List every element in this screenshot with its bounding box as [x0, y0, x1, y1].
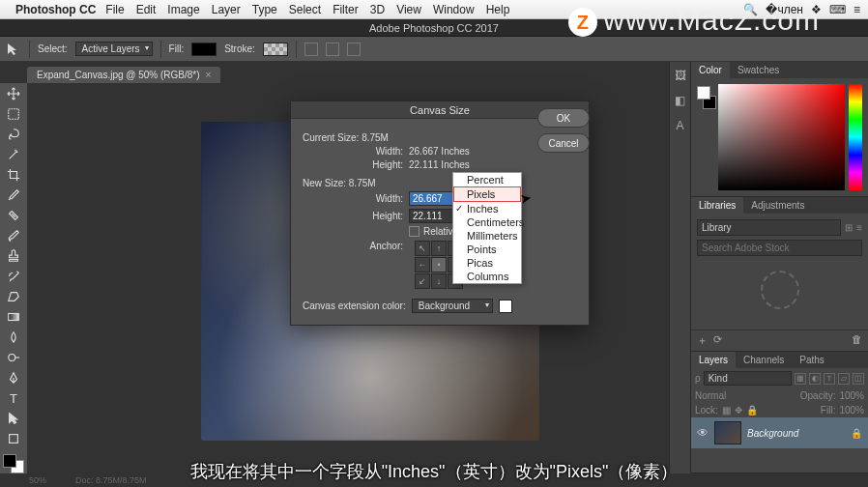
new-height-input[interactable] — [409, 209, 455, 223]
app-name[interactable]: Photoshop CC — [15, 3, 96, 16]
shape-tool-icon[interactable] — [3, 430, 24, 447]
tab-paths[interactable]: Paths — [792, 352, 832, 368]
filter-type-icon[interactable]: T — [824, 373, 835, 385]
menu-select[interactable]: Select — [289, 3, 321, 16]
fill-label: Fill: — [821, 405, 836, 415]
ext-color-dropdown[interactable]: Background — [412, 299, 493, 313]
panel-dock: 🖼 ◧ A — [669, 62, 690, 473]
keyboard-icon[interactable]: ⌨ — [829, 3, 846, 16]
history-brush-icon[interactable] — [3, 268, 24, 285]
filter-adjust-icon[interactable]: ◐ — [809, 373, 821, 385]
tab-color[interactable]: Color — [691, 62, 730, 78]
brush-tool-icon[interactable] — [3, 227, 24, 244]
tab-swatches[interactable]: Swatches — [730, 62, 787, 78]
app-titlebar: Adobe Photoshop CC 2017 — [0, 19, 868, 37]
stamp-tool-icon[interactable] — [3, 247, 24, 265]
select-dropdown[interactable]: Active Layers — [75, 42, 153, 56]
app-title: Adobe Photoshop CC 2017 — [369, 22, 499, 34]
unit-option-pixels[interactable]: Pixels — [453, 186, 521, 202]
cancel-button[interactable]: Cancel — [537, 133, 590, 153]
wifi-icon[interactable]: �член — [766, 3, 803, 16]
lib-add-icon[interactable]: ＋ — [697, 333, 708, 348]
menu-filter[interactable]: Filter — [333, 3, 359, 16]
unit-option-percent[interactable]: Percent — [453, 173, 521, 186]
tab-layers[interactable]: Layers — [691, 352, 736, 368]
blur-tool-icon[interactable] — [3, 329, 24, 346]
lock-icon[interactable]: 🔒 — [851, 428, 862, 439]
properties-panel-icon[interactable]: ◧ — [673, 93, 688, 108]
menu-edit[interactable]: Edit — [136, 3, 157, 16]
character-panel-icon[interactable]: A — [673, 118, 688, 133]
notifications-icon[interactable]: ≡ — [854, 3, 860, 16]
path-selection-tool-icon[interactable] — [6, 42, 21, 57]
layer-thumbnail[interactable] — [714, 421, 741, 444]
opacity-value[interactable]: 100% — [839, 390, 864, 401]
filter-smart-icon[interactable]: ◫ — [853, 373, 864, 385]
dodge-tool-icon[interactable] — [3, 349, 24, 366]
eyedropper-tool-icon[interactable] — [3, 186, 24, 204]
menu-3d[interactable]: 3D — [370, 3, 385, 16]
unit-option-inches[interactable]: Inches — [453, 202, 521, 215]
library-search[interactable] — [697, 240, 862, 256]
lock-all-icon[interactable]: 🔒 — [746, 405, 758, 415]
unit-option-picas[interactable]: Picas — [453, 256, 521, 270]
relative-checkbox[interactable] — [409, 226, 420, 237]
layer-row[interactable]: 👁 Background 🔒 — [691, 417, 868, 448]
spotlight-icon[interactable]: 🔍 — [743, 3, 758, 16]
library-dropdown[interactable]: Library — [697, 219, 841, 236]
tab-libraries[interactable]: Libraries — [691, 197, 743, 214]
move-tool-icon[interactable] — [3, 85, 24, 102]
path-select-tool-icon[interactable] — [3, 410, 24, 427]
eraser-tool-icon[interactable] — [3, 288, 24, 305]
path-ops-icon[interactable] — [304, 43, 318, 56]
pen-tool-icon[interactable] — [3, 369, 24, 387]
fill-value[interactable]: 100% — [839, 405, 864, 415]
menu-image[interactable]: Image — [167, 3, 199, 16]
lib-menu-icon[interactable]: ≡ — [856, 222, 862, 233]
close-tab-icon[interactable]: × — [206, 70, 212, 80]
crop-tool-icon[interactable] — [3, 166, 24, 184]
wand-tool-icon[interactable] — [3, 146, 24, 163]
color-fgbg[interactable] — [697, 84, 714, 190]
unit-option-columns[interactable]: Columns — [453, 270, 521, 283]
filter-pixel-icon[interactable]: ▦ — [795, 373, 806, 385]
menu-view[interactable]: View — [396, 3, 421, 16]
stroke-swatch[interactable] — [263, 43, 288, 56]
tab-adjustments[interactable]: Adjustments — [743, 197, 812, 214]
gradient-tool-icon[interactable] — [3, 308, 24, 326]
lock-pixels-icon[interactable]: ▦ — [722, 405, 731, 415]
document-tab[interactable]: Expand_Canvas.jpg @ 50% (RGB/8*) × — [27, 67, 220, 83]
menu-help[interactable]: Help — [486, 3, 510, 16]
tab-channels[interactable]: Channels — [736, 352, 792, 368]
menu-layer[interactable]: Layer — [212, 3, 241, 16]
new-width-input[interactable] — [409, 191, 455, 206]
marquee-tool-icon[interactable] — [3, 105, 24, 123]
menu-extra-icon[interactable]: ❖ — [811, 3, 822, 16]
hue-slider[interactable] — [849, 84, 862, 190]
fill-swatch[interactable] — [191, 43, 217, 56]
menu-window[interactable]: Window — [433, 3, 475, 16]
lib-trash-icon[interactable]: 🗑 — [852, 333, 862, 348]
type-tool-icon[interactable]: T — [3, 389, 24, 407]
lasso-tool-icon[interactable] — [3, 126, 24, 143]
unit-option-centimeters[interactable]: Centimeters — [453, 215, 521, 229]
menu-type[interactable]: Type — [252, 3, 277, 16]
lock-position-icon[interactable]: ✥ — [735, 405, 742, 415]
filter-shape-icon[interactable]: ▱ — [838, 373, 850, 385]
color-field[interactable] — [718, 84, 845, 190]
lib-sync-icon[interactable]: ⟳ — [713, 333, 722, 348]
path-arrange-icon[interactable] — [347, 43, 361, 56]
unit-option-points[interactable]: Points — [453, 243, 521, 256]
history-panel-icon[interactable]: 🖼 — [673, 68, 688, 83]
blend-mode[interactable]: Normal — [695, 390, 796, 401]
unit-option-millimeters[interactable]: Millimeters — [453, 229, 521, 243]
visibility-icon[interactable]: 👁 — [697, 426, 709, 440]
path-align-icon[interactable] — [326, 43, 339, 56]
ok-button[interactable]: OK — [537, 108, 590, 128]
layer-filter-kind[interactable]: Kind — [704, 371, 792, 386]
heal-tool-icon[interactable] — [3, 207, 24, 224]
menu-file[interactable]: File — [105, 3, 124, 16]
lib-view-icon[interactable]: ⊞ — [845, 222, 853, 233]
libraries-panel: Libraries Adjustments Library ⊞ ≡ ＋ ⟳ 🗑 — [691, 197, 868, 352]
ext-color-swatch[interactable] — [499, 300, 512, 313]
